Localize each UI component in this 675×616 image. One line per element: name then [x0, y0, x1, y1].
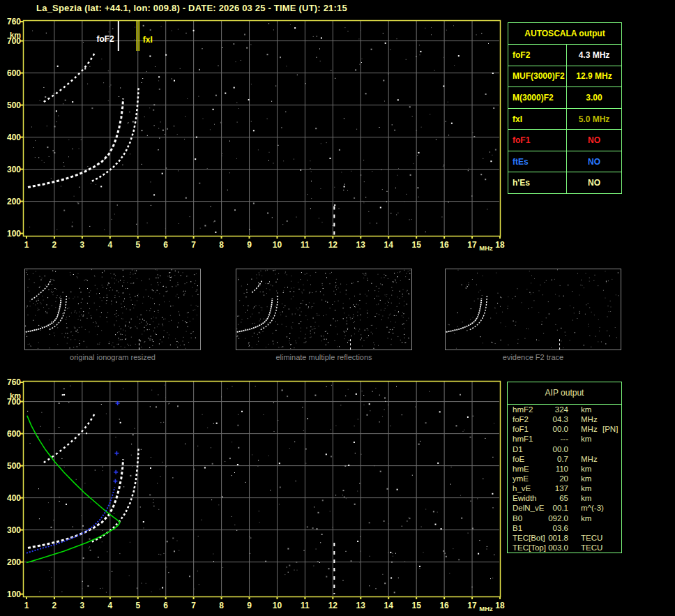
aip-row-value: 20	[538, 474, 568, 483]
x-axis-tick-label: 8	[213, 601, 231, 610]
aip-row-label: hmF2	[513, 405, 533, 414]
y-axis-tick-label: 760	[1, 377, 21, 387]
aip-row-value: 0.7	[538, 454, 568, 464]
aip-row-unit: m^(-3)	[581, 503, 604, 513]
thumbnail-evidence-plot	[446, 269, 621, 350]
autoscala-row-value: 4.3 MHz	[567, 45, 621, 66]
autoscala-row-label: ftEs	[508, 151, 567, 172]
x-axis-tick-label: 14	[379, 601, 397, 610]
aip-row-ewidth: Ewidth65km	[508, 493, 621, 503]
y-axis-tick-label: 600	[1, 68, 21, 78]
x-axis-tick-label: 7	[185, 240, 203, 250]
x-axis-tick-label: 14	[379, 240, 397, 250]
aip-row-tecbot: TEC[Bot]001.8TECU	[508, 533, 621, 543]
thumbnail-original-ionogram	[24, 269, 201, 350]
page-title: La_Spezia (lat: +44.1, lon: 009.8) - DAT…	[14, 3, 370, 13]
y-axis-tick-label: 100	[1, 589, 21, 599]
x-axis-tick-label: 11	[296, 601, 314, 610]
aip-row-yme: ymE20km	[508, 474, 621, 483]
x-axis-tick-label: 7	[185, 601, 203, 610]
x-axis-tick-label: 6	[157, 601, 175, 610]
thumbnail-caption-evidence: evidence F2 trace	[445, 353, 621, 361]
aip-output-header: AIP output	[508, 382, 621, 405]
aip-rows: hmF2324kmfoF204.3MHzfoF100.0MHz[PN]hmF1-…	[508, 405, 621, 553]
y-axis-tick-label: 760	[1, 17, 21, 27]
y-axis-tick-label: 500	[1, 100, 21, 110]
aip-row-label: foF1	[513, 424, 529, 434]
aip-row-value: 00.0	[538, 424, 568, 434]
x-axis-tick-label: 11	[296, 240, 314, 250]
x-axis-tick-label: 12	[324, 240, 342, 250]
aip-row-fof2: foF204.3MHz	[508, 414, 621, 424]
y-axis-tick-label: 500	[1, 461, 21, 471]
x-axis-tick-label: 3	[73, 240, 91, 250]
aip-row-value: 324	[538, 405, 568, 414]
autoscala-row-value: 3.00	[567, 87, 621, 108]
autoscala-row-ftes: ftEsNO	[508, 151, 621, 172]
aip-row-hme: hmE110km	[508, 464, 621, 474]
x-axis-tick-label: 16	[435, 601, 453, 610]
autoscala-row-label: fxI	[508, 109, 567, 130]
thumbnail-eliminate-plot	[236, 269, 411, 350]
aip-row-unit: MHz	[581, 424, 598, 434]
aip-row-label: h_vE	[513, 483, 531, 493]
aip-row-label: foE	[513, 454, 524, 464]
y-axis-tick-label: 100	[1, 229, 21, 239]
aip-row-value: 092.0	[538, 513, 568, 523]
autoscala-output-header: AUTOSCALA output	[508, 23, 621, 44]
autoscala-row-muf3000f2: MUF(3000)F212.9 MHz	[508, 66, 621, 87]
aip-row-unit: MHz	[581, 454, 598, 464]
autoscala-row-m3000f2: M(3000)F23.00	[508, 87, 621, 108]
fxi-marker-label: fxI	[143, 35, 153, 45]
x-axis-tick-label: 6	[157, 240, 175, 250]
autoscala-row-value: 5.0 MHz	[567, 109, 621, 130]
y-axis-tick-label: 400	[1, 493, 21, 503]
aip-row-tectop: TEC[Top]003.0TECU	[508, 543, 621, 553]
thumbnail-evidence-f2	[445, 269, 621, 350]
x-axis-tick-label: 10	[268, 240, 286, 250]
x-axis-tick-label: 13	[351, 601, 370, 610]
aip-row-unit: km	[581, 464, 591, 474]
y-axis-unit-label: km	[1, 391, 21, 400]
x-axis-tick-label: 15	[407, 601, 425, 610]
autoscala-output-table: AUTOSCALA output foF24.3 MHzMUF(3000)F21…	[508, 22, 622, 194]
aip-row-b1: B103.6	[508, 523, 621, 533]
x-axis-tick-label: 5	[129, 601, 147, 610]
x-axis-tick-label: 2	[45, 240, 63, 250]
x-axis-tick-label: 9	[241, 240, 259, 250]
x-axis-tick-label: 1	[17, 240, 36, 250]
autoscala-row-hes: h'EsNO	[508, 172, 621, 193]
thumbnail-caption-eliminate: eliminate multiple reflections	[236, 353, 412, 361]
aip-row-label: Ewidth	[513, 493, 537, 503]
ionogram-plot-top: foF2fxI	[23, 20, 501, 236]
x-axis-unit-label: MHz	[477, 604, 495, 614]
x-axis-tick-label: 3	[73, 601, 91, 610]
aip-row-value: 003.0	[538, 543, 568, 553]
aip-row-value: ---	[538, 434, 568, 444]
aip-row-value: 001.8	[538, 533, 568, 543]
aip-row-unit: TECU	[581, 543, 602, 553]
autoscala-row-label: foF2	[508, 45, 567, 66]
x-axis-tick-label: 5	[129, 240, 147, 250]
aip-row-hmf2: hmF2324km	[508, 405, 621, 414]
autoscala-row-label: M(3000)F2	[508, 87, 567, 108]
aip-row-value: 03.6	[538, 523, 568, 533]
aip-row-label: ymE	[513, 474, 529, 483]
x-axis-tick-label: 4	[101, 601, 119, 610]
y-axis-tick-label: 300	[1, 525, 21, 535]
autoscala-row-value: NO	[567, 151, 621, 172]
aip-row-value: 00.0	[538, 444, 568, 454]
y-axis-tick-label: 200	[1, 557, 21, 567]
thumbnail-eliminate-reflections	[236, 269, 412, 350]
autoscala-row-fxi: fxI5.0 MHz	[508, 108, 621, 130]
autoscala-row-label: MUF(3000)F2	[508, 66, 567, 87]
x-axis-tick-label: 12	[324, 601, 342, 610]
x-axis-tick-label: 9	[241, 601, 259, 610]
autoscala-row-value: NO	[567, 130, 621, 151]
autoscala-row-value: 12.9 MHz	[567, 66, 621, 87]
aip-row-unit: km	[581, 434, 591, 444]
autoscala-screen: La_Spezia (lat: +44.1, lon: 009.8) - DAT…	[0, 0, 675, 616]
aip-row-hve: h_vE137km	[508, 483, 621, 493]
y-axis-tick-label: 400	[1, 133, 21, 142]
x-axis-tick-label: 16	[435, 240, 453, 250]
